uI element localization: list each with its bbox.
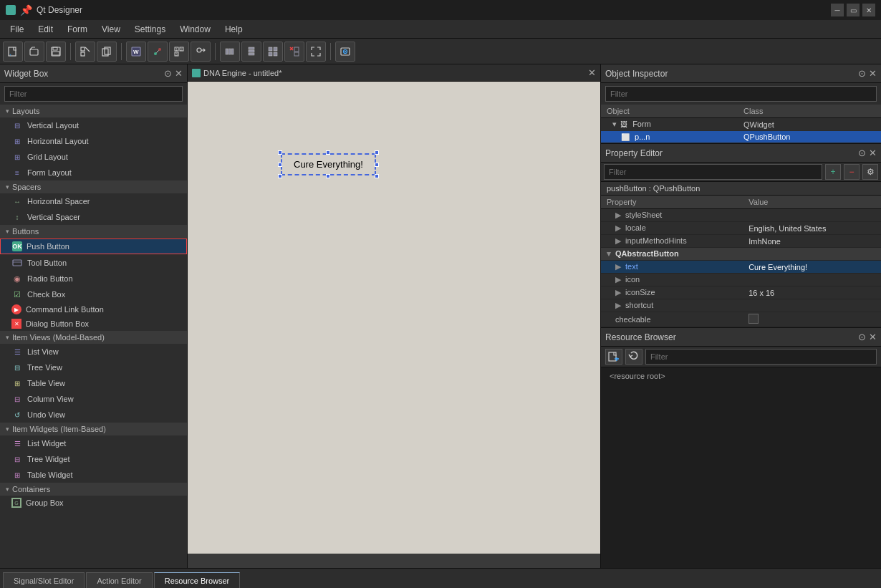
handle-mr[interactable]: [375, 163, 379, 167]
category-spacers[interactable]: ▾ Spacers: [0, 180, 187, 193]
pe-row-icon[interactable]: ▶ icon: [601, 274, 881, 286]
restore-button[interactable]: ▭: [847, 4, 860, 16]
pe-val-text[interactable]: Cure Everything!: [743, 261, 881, 274]
checkable-checkbox[interactable]: [748, 314, 759, 324]
pe-row-shortcut[interactable]: ▶ shortcut: [601, 299, 881, 312]
minimize-button[interactable]: ─: [831, 4, 844, 16]
widget-item-table-view[interactable]: ⊞ Table View: [0, 375, 187, 391]
menu-help[interactable]: Help: [218, 23, 250, 36]
adjust-size-button[interactable]: [306, 42, 326, 62]
paste-form-button[interactable]: [97, 42, 117, 62]
category-containers[interactable]: ▾ Containers: [0, 483, 187, 496]
resource-refresh-button[interactable]: [625, 349, 642, 365]
resource-browser-float-icon[interactable]: ⊙: [858, 332, 866, 342]
widget-item-radio-button[interactable]: ◉ Radio Button: [0, 271, 187, 286]
widget-item-undo-view[interactable]: ↺ Undo View: [0, 407, 187, 423]
menu-window[interactable]: Window: [173, 23, 218, 36]
pe-row-text[interactable]: ▶ text Cure Everything!: [601, 261, 881, 274]
preview-button[interactable]: [335, 42, 355, 62]
category-item-widgets[interactable]: ▾ Item Widgets (Item-Based): [0, 423, 187, 435]
resource-new-button[interactable]: [605, 349, 622, 365]
tab-resource-browser[interactable]: Resource Browser: [154, 572, 240, 588]
pe-val-checkable[interactable]: [743, 312, 881, 327]
widget-item-list-view[interactable]: ☰ List View: [0, 344, 187, 360]
resource-browser-close-icon[interactable]: ✕: [869, 332, 877, 342]
signals-button[interactable]: [148, 42, 168, 62]
widget-item-dialog-button[interactable]: ✕ Dialog Button Box: [0, 317, 187, 331]
widget-item-vert-spacer[interactable]: ↕ Vertical Spacer: [0, 209, 187, 225]
property-editor-float-icon[interactable]: ⊙: [858, 148, 866, 158]
widget-box-filter[interactable]: [4, 86, 183, 102]
widget-box-close-icon[interactable]: ✕: [175, 68, 183, 79]
oi-row-form[interactable]: ▾ 🖼 Form QWidget: [601, 118, 881, 131]
pe-val-shortcut[interactable]: [743, 299, 881, 312]
pe-val-stylesheet[interactable]: [743, 209, 881, 222]
pe-val-icon[interactable]: [743, 274, 881, 286]
widget-item-tree-view[interactable]: ⊟ Tree View: [0, 360, 187, 375]
widget-item-check-box[interactable]: ☑ Check Box: [0, 286, 187, 302]
pe-row-inputmethodhints[interactable]: ▶ inputMethodHints ImhNone: [601, 235, 881, 248]
pe-val-inputmethodhints[interactable]: ImhNone: [743, 235, 881, 248]
cut-form-button[interactable]: [75, 42, 95, 62]
category-layouts[interactable]: ▾ Layouts: [0, 105, 187, 117]
open-button[interactable]: [24, 42, 44, 62]
form-window-close-icon[interactable]: ✕: [588, 67, 596, 78]
layout-hv-button[interactable]: [263, 42, 283, 62]
pe-val-iconsize[interactable]: 16 x 16: [743, 286, 881, 299]
widget-item-list-widget[interactable]: ☰ List Widget: [0, 435, 187, 451]
widget-editor-button[interactable]: W: [126, 42, 146, 62]
pe-row-locale[interactable]: ▶ locale English, United States: [601, 222, 881, 235]
widget-item-command-link[interactable]: ▶ Command Link Button: [0, 302, 187, 317]
widget-item-table-widget[interactable]: ⊞ Table Widget: [0, 467, 187, 483]
property-editor-filter[interactable]: [604, 164, 822, 180]
widget-item-form-layout[interactable]: ≡ Form Layout: [0, 165, 187, 180]
handle-br[interactable]: [375, 174, 379, 178]
menu-edit[interactable]: Edit: [31, 23, 60, 36]
close-button[interactable]: ✕: [862, 4, 875, 16]
form-push-button[interactable]: Cure Everything!: [281, 153, 376, 175]
handle-tl[interactable]: [278, 150, 282, 155]
pe-row-stylesheet[interactable]: ▶ styleSheet: [601, 209, 881, 222]
widget-item-column-view[interactable]: ⊟ Column View: [0, 391, 187, 407]
widget-box-float-icon[interactable]: ⊙: [164, 68, 172, 79]
property-remove-button[interactable]: −: [844, 164, 860, 180]
handle-bl[interactable]: [278, 174, 282, 178]
save-button[interactable]: [46, 42, 66, 62]
widget-item-grid-layout[interactable]: ⊞ Grid Layout: [0, 149, 187, 165]
handle-tr[interactable]: [375, 150, 379, 155]
widget-item-group-box[interactable]: G Group Box: [0, 496, 187, 510]
buddy-button[interactable]: [191, 42, 211, 62]
object-inspector-float-icon[interactable]: ⊙: [858, 68, 866, 79]
category-buttons[interactable]: ▾ Buttons: [0, 225, 187, 238]
widget-item-horizontal-layout[interactable]: ⊞ Horizontal Layout: [0, 133, 187, 149]
resource-browser-filter[interactable]: [645, 349, 877, 365]
tab-order-button[interactable]: 123: [169, 42, 189, 62]
pe-val-locale[interactable]: English, United States: [743, 222, 881, 235]
category-item-views[interactable]: ▾ Item Views (Model-Based): [0, 331, 187, 344]
pe-row-checkable[interactable]: checkable: [601, 312, 881, 327]
widget-item-tool-button[interactable]: Tool Button: [0, 255, 187, 271]
menu-view[interactable]: View: [95, 23, 127, 36]
object-inspector-filter[interactable]: [605, 86, 877, 102]
property-configure-button[interactable]: ⚙: [862, 164, 878, 180]
widget-item-horiz-spacer[interactable]: ↔ Horizontal Spacer: [0, 193, 187, 209]
handle-ml[interactable]: [278, 163, 282, 167]
menu-settings[interactable]: Settings: [127, 23, 173, 36]
new-button[interactable]: +: [3, 42, 23, 62]
layout-vert-button[interactable]: [241, 42, 261, 62]
pe-row-iconsize[interactable]: ▶ iconSize 16 x 16: [601, 286, 881, 299]
widget-item-vertical-layout[interactable]: ⊟ Vertical Layout: [0, 117, 187, 133]
handle-bc[interactable]: [326, 174, 330, 178]
widget-item-tree-widget[interactable]: ⊟ Tree Widget: [0, 451, 187, 467]
object-inspector-close-icon[interactable]: ✕: [869, 68, 877, 79]
break-layout-button[interactable]: [284, 42, 304, 62]
oi-row-pushbutton[interactable]: ⬜ p...n QPushButton: [601, 131, 881, 143]
property-add-button[interactable]: +: [825, 164, 841, 180]
form-canvas[interactable]: Cure Everything!: [188, 82, 600, 554]
menu-form[interactable]: Form: [60, 23, 95, 36]
layout-horiz-button[interactable]: [220, 42, 240, 62]
tab-signal-slot-editor[interactable]: Signal/Slot Editor: [3, 572, 85, 588]
property-editor-close-icon[interactable]: ✕: [869, 148, 877, 158]
menu-file[interactable]: File: [3, 23, 31, 36]
resource-root-item[interactable]: <resource root>: [607, 370, 875, 382]
